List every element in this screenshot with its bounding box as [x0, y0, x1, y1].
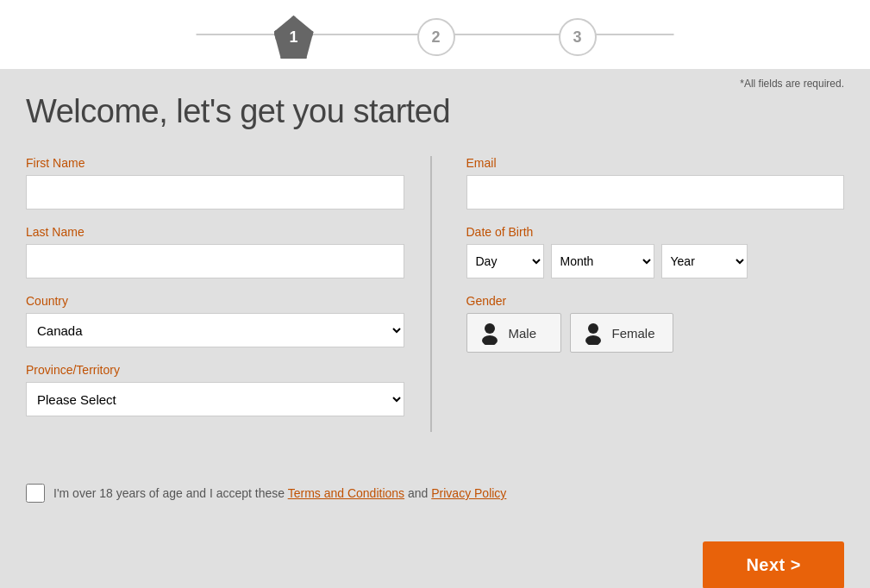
female-icon — [581, 321, 605, 345]
dob-year-select[interactable]: Year 200520042003 200220012000 199919981… — [661, 244, 748, 278]
gender-label: Gender — [466, 294, 845, 308]
province-select[interactable]: Please Select Alberta British Columbia M… — [26, 382, 404, 416]
svg-point-0 — [485, 323, 495, 334]
first-name-input[interactable] — [26, 175, 404, 210]
last-name-label: Last Name — [26, 225, 404, 239]
terms-and-conditions-link[interactable]: Terms and Conditions — [288, 486, 404, 500]
first-name-label: First Name — [26, 156, 404, 170]
terms-area: I'm over 18 years of age and I accept th… — [26, 466, 844, 503]
dob-month-select[interactable]: Month JanuaryFebruaryMarch AprilMayJune … — [551, 244, 654, 278]
email-label: Email — [466, 156, 845, 170]
main-content: *All fields are required. Welcome, let's… — [0, 69, 870, 529]
dob-day-select[interactable]: Day 1234 5678 9101112 13141516 17181920 … — [466, 244, 544, 278]
next-button[interactable]: Next > — [703, 541, 844, 588]
required-note: *All fields are required. — [26, 78, 844, 90]
form-left: First Name Last Name Country Canada Unit… — [26, 156, 432, 432]
country-group: Country Canada United States United King… — [26, 294, 404, 347]
terms-checkbox[interactable] — [26, 484, 45, 503]
email-group: Email — [466, 156, 845, 210]
email-input[interactable] — [466, 175, 845, 210]
privacy-policy-link[interactable]: Privacy Policy — [431, 486, 506, 500]
step-2: 2 — [417, 18, 455, 56]
last-name-input[interactable] — [26, 244, 404, 278]
step-3: 3 — [559, 18, 597, 56]
gender-male-label: Male — [509, 326, 537, 341]
male-icon — [478, 321, 502, 345]
province-label: Province/Territory — [26, 363, 404, 377]
gender-group: Gender Male Female — [466, 294, 845, 353]
country-select[interactable]: Canada United States United Kingdom Aust… — [26, 313, 404, 347]
dob-group: Date of Birth Day 1234 5678 9101112 1314… — [466, 225, 845, 278]
gender-female-label: Female — [612, 326, 655, 341]
last-name-group: Last Name — [26, 225, 404, 278]
svg-point-2 — [588, 323, 598, 334]
page-title: Welcome, let's get you started — [26, 93, 844, 130]
step-container: 1 2 3 — [274, 16, 597, 59]
first-name-group: First Name — [26, 156, 404, 210]
province-group: Province/Territory Please Select Alberta… — [26, 363, 404, 416]
step-1: 1 — [274, 16, 314, 59]
svg-point-3 — [585, 335, 601, 345]
bottom-bar: Next > — [0, 529, 870, 588]
svg-point-1 — [482, 335, 498, 345]
country-label: Country — [26, 294, 404, 308]
form-right: Email Date of Birth Day 1234 5678 910111… — [432, 156, 845, 432]
gender-female-button[interactable]: Female — [570, 313, 673, 353]
gender-male-button[interactable]: Male — [466, 313, 561, 353]
terms-text: I'm over 18 years of age and I accept th… — [53, 486, 506, 500]
gender-row: Male Female — [466, 313, 845, 353]
step-bar: 1 2 3 — [0, 0, 870, 69]
form-layout: First Name Last Name Country Canada Unit… — [26, 156, 844, 432]
dob-label: Date of Birth — [466, 225, 845, 239]
dob-row: Day 1234 5678 9101112 13141516 17181920 … — [466, 244, 845, 278]
